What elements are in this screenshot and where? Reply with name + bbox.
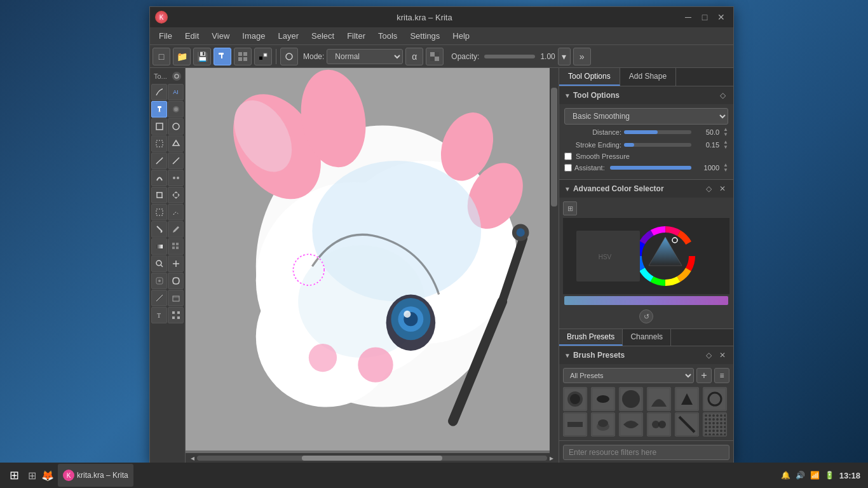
brush-presets-diamond-icon[interactable]: ◇ — [703, 349, 714, 361]
color-smudge-tool[interactable] — [168, 101, 184, 118]
taskbar-browser-icon[interactable]: 🦊 — [39, 470, 57, 482]
resource-filter-input[interactable] — [563, 445, 729, 460]
new-document-button[interactable]: □ — [153, 48, 170, 65]
ellipse-tool[interactable] — [168, 118, 184, 135]
menu-image[interactable]: Image — [236, 29, 271, 43]
scroll-left-button[interactable]: ◂ — [188, 454, 197, 463]
opacity-slider[interactable] — [484, 55, 535, 58]
line-tool[interactable] — [168, 152, 184, 169]
taskbar-krita-item[interactable]: K krita.kra – Krita — [58, 464, 133, 487]
color-refresh-button[interactable]: ↺ — [639, 309, 653, 323]
open-document-button[interactable]: 📁 — [173, 48, 191, 65]
opacity-arrows[interactable]: ▾ — [558, 48, 571, 65]
tool-options-diamond-icon[interactable]: ◇ — [717, 90, 728, 101]
expand-button[interactable]: » — [573, 48, 591, 65]
canvas-vertical-scrollbar[interactable] — [550, 68, 559, 463]
calligraphy-tool[interactable] — [151, 170, 167, 186]
brush-preset-1[interactable] — [563, 387, 587, 411]
taskbar-apps-icon[interactable]: ⊞ — [25, 470, 39, 482]
bezier-select-tool[interactable] — [168, 204, 184, 220]
canvas-horizontal-scrollbar[interactable]: ◂ ▸ — [186, 453, 559, 463]
distance-down-arrow[interactable]: ▼ — [723, 132, 728, 137]
menu-edit[interactable]: Edit — [179, 29, 205, 43]
transform-tool[interactable] — [151, 135, 167, 152]
freehand-path-tool[interactable] — [151, 152, 167, 169]
menu-settings[interactable]: Settings — [403, 29, 446, 43]
brush-preset-12[interactable] — [703, 412, 727, 437]
brush-preset-2[interactable] — [591, 387, 615, 411]
brush-preset-4[interactable] — [647, 387, 671, 411]
brush-presets-header[interactable]: ▼ Brush Presets ◇ ✕ — [559, 346, 733, 364]
rectangle-tool[interactable] — [151, 118, 167, 135]
tool-options-header[interactable]: ▼ Tool Options ◇ — [559, 86, 733, 104]
pattern-fill-tool[interactable] — [168, 238, 184, 255]
smooth-pressure-checkbox[interactable] — [564, 152, 572, 160]
sampler-tool[interactable] — [168, 221, 184, 238]
brush-preset-3[interactable] — [619, 387, 643, 411]
text-tool[interactable]: T — [151, 307, 167, 323]
color-type-button[interactable]: ⊞ — [563, 201, 577, 215]
mode-select[interactable]: Normal — [327, 49, 403, 64]
taskbar-volume[interactable]: 🔊 — [796, 471, 805, 480]
crop-tool[interactable] — [151, 187, 167, 203]
brush-preset-6[interactable] — [703, 387, 727, 411]
canvas-area[interactable]: ◂ ▸ — [186, 68, 559, 463]
start-button[interactable]: ⊞ — [3, 464, 25, 487]
enclose-fill-tool[interactable] — [168, 273, 184, 289]
brush-tool-button[interactable] — [214, 48, 231, 65]
minimize-button[interactable]: ─ — [681, 10, 695, 24]
tab-channels[interactable]: Channels — [623, 329, 671, 346]
menu-file[interactable]: File — [153, 29, 179, 43]
fill-tool[interactable] — [151, 221, 167, 238]
close-button[interactable]: ✕ — [714, 10, 728, 24]
ai-tool[interactable]: AI — [168, 84, 184, 100]
save-document-button[interactable]: 💾 — [193, 48, 211, 65]
brush-list-view-button[interactable]: ≡ — [714, 368, 729, 383]
move-tool[interactable] — [168, 187, 184, 203]
brush-preset-5[interactable] — [675, 387, 699, 411]
color-gradient-bar[interactable] — [564, 296, 728, 305]
stroke-ending-down-arrow[interactable]: ▼ — [723, 145, 728, 150]
measure-tool[interactable] — [151, 290, 167, 306]
stroke-ending-slider[interactable] — [624, 143, 691, 147]
taskbar-battery[interactable]: 🔋 — [825, 471, 834, 480]
assistant-checkbox[interactable] — [564, 164, 572, 172]
reference-tool[interactable] — [168, 290, 184, 306]
smart-patch-tool[interactable] — [151, 273, 167, 289]
color-button[interactable] — [254, 48, 272, 65]
gradient-tool[interactable] — [151, 238, 167, 255]
assistant-down-arrow[interactable]: ▼ — [723, 168, 728, 173]
taskbar-network[interactable]: 📶 — [810, 471, 820, 480]
brush-preset-9[interactable] — [619, 412, 643, 437]
multibrush-tool[interactable] — [168, 170, 184, 186]
menu-view[interactable]: View — [205, 29, 236, 43]
brush-preset-10[interactable] — [647, 412, 671, 437]
color-selector-close-icon[interactable]: ✕ — [717, 183, 728, 194]
distance-slider[interactable] — [624, 130, 691, 134]
menu-filter[interactable]: Filter — [341, 29, 372, 43]
tab-tool-options[interactable]: Tool Options — [559, 68, 620, 86]
menu-layer[interactable]: Layer — [271, 29, 305, 43]
brush-presets-close-icon[interactable]: ✕ — [717, 349, 728, 361]
zoom-tool[interactable] — [151, 255, 167, 272]
tab-add-shape[interactable]: Add Shape — [620, 68, 676, 86]
tab-brush-presets[interactable]: Brush Presets — [559, 329, 623, 346]
pattern-button[interactable] — [234, 48, 252, 65]
smoothing-select[interactable]: Basic Smoothing — [564, 108, 728, 125]
taskbar-notifications[interactable]: 🔔 — [781, 471, 790, 480]
menu-help[interactable]: Help — [446, 29, 476, 43]
menu-select[interactable]: Select — [305, 29, 341, 43]
maximize-button[interactable]: □ — [698, 10, 712, 24]
brush-preset-7[interactable] — [563, 412, 587, 437]
toolbox-settings-icon[interactable] — [172, 72, 181, 81]
scroll-right-button[interactable]: ▸ — [547, 454, 556, 463]
menu-tools[interactable]: Tools — [372, 29, 403, 43]
pan-tool[interactable] — [168, 255, 184, 272]
color-selector-header[interactable]: ▼ Advanced Color Selector ◇ ✕ — [559, 180, 733, 198]
brush-preset-11[interactable] — [675, 412, 699, 437]
brush-add-button[interactable]: + — [696, 368, 712, 383]
assistant-slider[interactable] — [610, 166, 691, 170]
freehand-brush-tool[interactable] — [151, 84, 167, 100]
checkerboard-button[interactable] — [426, 48, 444, 65]
paint-brush-tool[interactable] — [151, 101, 167, 118]
